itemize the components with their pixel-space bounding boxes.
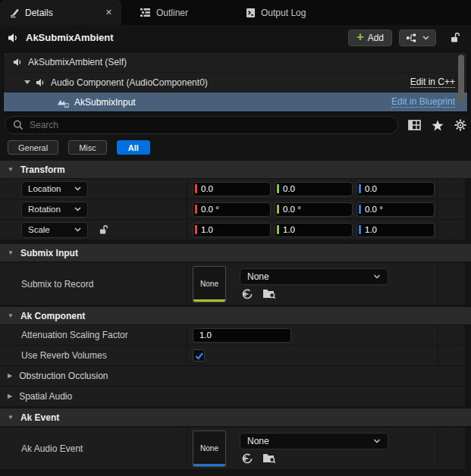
speaker-icon xyxy=(8,33,19,43)
tree-row-audio-component[interactable]: Audio Component (AudioComponent0) Edit i… xyxy=(4,72,467,92)
panel-header: AkSubmixAmbient + Add xyxy=(0,25,471,50)
section-ak-component[interactable]: ▼ Ak Component xyxy=(0,307,471,324)
location-z-value: 0.0 xyxy=(361,184,377,193)
location-dropdown[interactable]: Location xyxy=(21,181,88,197)
output-log-icon xyxy=(246,8,256,18)
attenuation-scaling-field[interactable]: 1.0 xyxy=(193,328,291,343)
tab-outliner[interactable]: Outliner xyxy=(130,0,197,25)
tree-row-aksubmixinput-label: AkSubmixInput xyxy=(74,97,136,108)
close-icon[interactable]: ✕ xyxy=(105,8,112,17)
use-selected-asset-icon[interactable] xyxy=(241,453,254,465)
chevron-down-icon xyxy=(74,186,81,191)
transform-rotation-row: Rotation 0.0 ° 0.0 ° 0.0 ° xyxy=(0,199,465,219)
submix-to-record-row: Submix to Record None None xyxy=(0,263,465,305)
submix-asset-thumbnail[interactable]: None xyxy=(193,266,226,302)
section-ak-event[interactable]: ▼ Ak Event xyxy=(0,409,471,426)
submix-to-record-label: Submix to Record xyxy=(21,279,93,290)
rotation-x-field[interactable]: 0.0 ° xyxy=(193,202,271,217)
chevron-right-icon: ▶ xyxy=(8,393,12,399)
ak-event-asset-thumbnail[interactable]: None xyxy=(193,431,226,467)
search-row xyxy=(5,115,466,135)
browse-to-asset-icon[interactable] xyxy=(262,288,276,299)
attenuation-scaling-value: 1.0 xyxy=(199,330,212,340)
check-icon xyxy=(194,351,204,361)
submix-asset-dropdown[interactable]: None xyxy=(240,268,388,285)
use-reverb-volumes-row: Use Reverb Volumes xyxy=(0,346,465,365)
panel-title: AkSubmixAmbient xyxy=(26,32,114,43)
section-submix-input[interactable]: ▼ Submix Input xyxy=(0,244,471,261)
filter-general[interactable]: General xyxy=(8,140,58,155)
ak-event-dropdown-value: None xyxy=(247,436,269,446)
tab-bar: Details ✕ Outliner Output Log xyxy=(0,0,471,25)
display-filter-grid-icon[interactable] xyxy=(408,120,421,130)
filter-misc[interactable]: Misc xyxy=(68,140,107,155)
filter-all[interactable]: All xyxy=(117,140,150,155)
use-selected-asset-icon[interactable] xyxy=(241,288,254,300)
transform-scale-row: Scale 1.0 1.0 1.0 xyxy=(0,220,465,240)
chevron-right-icon: ▶ xyxy=(8,373,12,379)
section-transform[interactable]: ▼ Transform xyxy=(0,161,471,178)
favorites-star-icon[interactable] xyxy=(432,120,444,131)
rotation-y-field[interactable]: 0.0 ° xyxy=(275,202,353,217)
add-button[interactable]: + Add xyxy=(348,30,392,46)
tree-row-self[interactable]: AkSubmixAmbient (Self) xyxy=(4,52,467,72)
tab-details[interactable]: Details ✕ xyxy=(0,0,121,25)
location-x-field[interactable]: 0.0 xyxy=(193,182,271,196)
spatial-audio-row[interactable]: ▶ Spatial Audio xyxy=(0,387,465,406)
plus-icon: + xyxy=(356,31,363,43)
scale-z-value: 1.0 xyxy=(361,225,377,234)
scale-dropdown-label: Scale xyxy=(28,225,50,234)
edit-in-blueprint-link[interactable]: Edit in Blueprint xyxy=(391,96,455,108)
speaker-icon xyxy=(36,78,46,87)
obstruction-occlusion-label: Obstruction Occlusion xyxy=(19,371,108,381)
spatial-audio-label: Spatial Audio xyxy=(19,391,72,402)
scale-x-field[interactable]: 1.0 xyxy=(193,223,271,237)
edit-in-cpp-link[interactable]: Edit in C++ xyxy=(410,77,455,88)
search-box[interactable] xyxy=(5,116,398,134)
submix-component-icon: C xyxy=(57,97,69,108)
unlock-icon[interactable] xyxy=(450,32,460,43)
component-tree: AkSubmixAmbient (Self) Audio Component (… xyxy=(3,52,468,112)
chevron-down-icon xyxy=(74,207,81,211)
rotation-dropdown[interactable]: Rotation xyxy=(21,202,88,218)
location-y-field[interactable]: 0.0 xyxy=(275,182,353,196)
scale-z-field[interactable]: 1.0 xyxy=(356,223,435,237)
scrollbar-thumb[interactable] xyxy=(458,55,464,102)
outliner-icon xyxy=(140,8,151,17)
rotation-z-field[interactable]: 0.0 ° xyxy=(356,202,435,217)
settings-gear-icon[interactable] xyxy=(454,119,466,131)
attenuation-scaling-row: Attenuation Scaling Factor 1.0 xyxy=(0,325,465,345)
ak-event-asset-dropdown[interactable]: None xyxy=(240,433,388,449)
tab-output-log-label: Output Log xyxy=(261,8,306,18)
chevron-down-icon: ▼ xyxy=(8,250,14,256)
chevron-down-icon xyxy=(422,36,429,40)
location-y-value: 0.0 xyxy=(279,184,295,193)
details-panel: Details ✕ Outliner Output Log AkSubmixAm… xyxy=(0,0,471,476)
tree-row-audio-label: Audio Component (AudioComponent0) xyxy=(51,77,208,88)
obstruction-occlusion-row[interactable]: ▶ Obstruction Occlusion xyxy=(0,366,465,386)
use-reverb-volumes-label: Use Reverb Volumes xyxy=(21,350,107,361)
scale-dropdown[interactable]: Scale xyxy=(21,222,88,238)
location-z-field[interactable]: 0.0 xyxy=(356,182,435,196)
scale-y-field[interactable]: 1.0 xyxy=(275,223,353,237)
chevron-down-icon xyxy=(74,227,81,232)
blueprint-edit-button[interactable] xyxy=(399,30,436,46)
speaker-icon xyxy=(13,58,23,67)
rotation-z-value: 0.0 ° xyxy=(361,205,383,214)
scale-x-value: 1.0 xyxy=(197,225,213,234)
search-actions xyxy=(408,119,466,131)
search-input[interactable] xyxy=(30,120,390,130)
section-submix-input-title: Submix Input xyxy=(20,248,78,258)
scale-y-value: 1.0 xyxy=(279,225,295,234)
tab-output-log[interactable]: Output Log xyxy=(237,0,315,25)
browse-to-asset-icon[interactable] xyxy=(262,453,276,464)
submix-thumbnail-text: None xyxy=(200,280,218,288)
search-icon xyxy=(13,120,24,130)
tree-row-aksubmixinput-selected[interactable]: C AkSubmixInput Edit in Blueprint xyxy=(4,92,467,111)
scale-unlock-icon[interactable] xyxy=(99,224,108,235)
expander-arrow-icon[interactable] xyxy=(24,80,30,84)
tree-scrollbar[interactable] xyxy=(458,55,464,109)
use-reverb-volumes-checkbox[interactable] xyxy=(193,349,205,362)
details-pencil-icon xyxy=(9,8,20,18)
filter-chips: General Misc All xyxy=(8,140,471,155)
